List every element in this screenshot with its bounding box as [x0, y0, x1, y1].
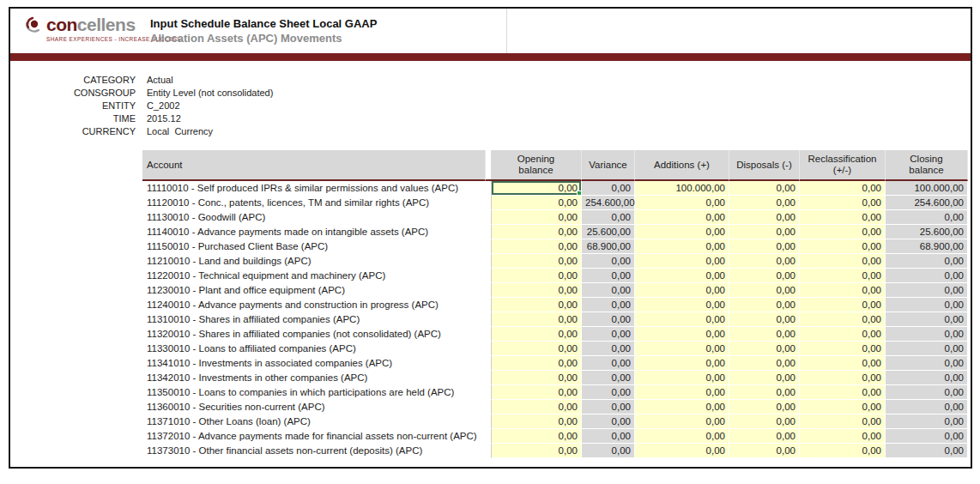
cell-disposals[interactable]: 0,00 [729, 342, 800, 356]
cell-additions[interactable]: 0,00 [635, 444, 729, 458]
filter-row-entity: ENTITY C_2002 [17, 100, 971, 112]
cell-disposals[interactable]: 0,00 [729, 414, 800, 429]
cell-disposals[interactable]: 0,00 [729, 196, 800, 210]
cell-disposals[interactable]: 0,00 [729, 283, 800, 298]
cell-opening-balance[interactable]: 0,00 [491, 444, 582, 458]
cell-disposals[interactable]: 0,00 [729, 400, 800, 414]
cell-opening-balance[interactable]: 0,00 [491, 181, 582, 196]
input-schedule-table: Account Opening balance Variance Additio… [142, 150, 971, 458]
cell-additions[interactable]: 0,00 [635, 342, 729, 356]
cell-additions[interactable]: 0,00 [635, 283, 729, 298]
cell-variance: 0,00 [582, 269, 635, 283]
cell-disposals[interactable]: 0,00 [729, 298, 800, 312]
cell-disposals[interactable]: 0,00 [729, 371, 800, 385]
cell-closing-balance: 68.900,00 [886, 239, 968, 254]
cell-reclassification[interactable]: 0,00 [800, 225, 886, 239]
cell-additions[interactable]: 0,00 [635, 239, 729, 254]
account-cell: 11360010 - Securities non-current (APC) [142, 400, 486, 414]
cell-opening-balance[interactable]: 0,00 [491, 239, 582, 254]
cell-reclassification[interactable]: 0,00 [800, 385, 886, 400]
filter-label-time: TIME [17, 112, 136, 125]
cell-additions[interactable]: 0,00 [635, 269, 729, 283]
cell-reclassification[interactable]: 0,00 [800, 371, 886, 385]
table-header-row: Account Opening balance Variance Additio… [142, 150, 968, 181]
cell-reclassification[interactable]: 0,00 [800, 298, 886, 312]
cell-disposals[interactable]: 0,00 [729, 239, 800, 254]
cell-opening-balance[interactable]: 0,00 [491, 385, 582, 400]
selection-fill-handle[interactable] [577, 191, 582, 196]
cell-opening-balance[interactable]: 0,00 [491, 283, 582, 298]
cell-variance: 0,00 [582, 342, 635, 356]
cell-additions[interactable]: 0,00 [635, 196, 729, 210]
cell-opening-balance[interactable]: 0,00 [491, 298, 582, 312]
cell-additions[interactable]: 0,00 [635, 312, 729, 327]
cell-opening-balance[interactable]: 0,00 [491, 327, 582, 342]
cell-disposals[interactable]: 0,00 [729, 385, 800, 400]
cell-additions[interactable]: 0,00 [635, 298, 729, 312]
cell-closing-balance: 0,00 [886, 298, 968, 312]
cell-opening-balance[interactable]: 0,00 [491, 371, 582, 385]
cell-opening-balance[interactable]: 0,00 [491, 414, 582, 429]
cell-disposals[interactable]: 0,00 [729, 429, 800, 444]
cell-additions[interactable]: 0,00 [635, 371, 729, 385]
cell-disposals[interactable]: 0,00 [729, 327, 800, 342]
cell-closing-balance: 0,00 [886, 210, 968, 225]
table-row: 11210010 - Land and buildings (APC)0,000… [142, 254, 968, 269]
cell-additions[interactable]: 0,00 [635, 327, 729, 342]
cell-disposals[interactable]: 0,00 [729, 444, 800, 458]
cell-opening-balance[interactable]: 0,00 [491, 210, 582, 225]
cell-disposals[interactable]: 0,00 [729, 312, 800, 327]
cell-reclassification[interactable]: 0,00 [800, 414, 886, 429]
cell-opening-balance[interactable]: 0,00 [491, 342, 582, 356]
cell-additions[interactable]: 0,00 [635, 210, 729, 225]
cell-additions[interactable]: 0,00 [635, 225, 729, 239]
cell-opening-balance[interactable]: 0,00 [491, 429, 582, 444]
cell-additions[interactable]: 0,00 [635, 356, 729, 371]
account-cell: 11330010 - Loans to affiliated companies… [142, 342, 486, 356]
page-subtitle: Allocation Assets (APC) Movements [150, 31, 377, 45]
cell-additions[interactable]: 0,00 [635, 385, 729, 400]
cell-reclassification[interactable]: 0,00 [800, 327, 886, 342]
table-row: 11240010 - Advance payments and construc… [142, 298, 968, 312]
cell-reclassification[interactable]: 0,00 [800, 400, 886, 414]
cell-additions[interactable]: 0,00 [635, 414, 729, 429]
cell-opening-balance[interactable]: 0,00 [491, 225, 582, 239]
cell-disposals[interactable]: 0,00 [729, 254, 800, 269]
cell-additions[interactable]: 0,00 [635, 254, 729, 269]
cell-opening-balance[interactable]: 0,00 [491, 196, 582, 210]
cell-reclassification[interactable]: 0,00 [800, 254, 886, 269]
filter-row-time: TIME 2015.12 [17, 112, 971, 125]
cell-reclassification[interactable]: 0,00 [800, 196, 886, 210]
cell-disposals[interactable]: 0,00 [729, 181, 800, 196]
column-header-variance: Variance [582, 150, 635, 181]
cell-reclassification[interactable]: 0,00 [800, 312, 886, 327]
cell-additions[interactable]: 0,00 [635, 400, 729, 414]
cell-opening-balance[interactable]: 0,00 [491, 400, 582, 414]
account-cell: 11120010 - Conc., patents, licences, TM … [142, 196, 486, 210]
cell-reclassification[interactable]: 0,00 [800, 239, 886, 254]
cell-reclassification[interactable]: 0,00 [800, 210, 886, 225]
cell-reclassification[interactable]: 0,00 [800, 181, 886, 196]
cell-opening-balance[interactable]: 0,00 [491, 312, 582, 327]
cell-closing-balance: 0,00 [886, 429, 968, 444]
cell-disposals[interactable]: 0,00 [729, 356, 800, 371]
cell-reclassification[interactable]: 0,00 [800, 356, 886, 371]
cell-additions[interactable]: 0,00 [635, 429, 729, 444]
cell-reclassification[interactable]: 0,00 [800, 342, 886, 356]
cell-disposals[interactable]: 0,00 [729, 210, 800, 225]
filter-value-entity: C_2002 [147, 100, 180, 112]
cell-opening-balance[interactable]: 0,00 [491, 254, 582, 269]
cell-opening-balance[interactable]: 0,00 [491, 269, 582, 283]
cell-opening-balance[interactable]: 0,00 [491, 356, 582, 371]
cell-reclassification[interactable]: 0,00 [800, 444, 886, 458]
cell-reclassification[interactable]: 0,00 [800, 283, 886, 298]
cell-disposals[interactable]: 0,00 [729, 269, 800, 283]
cell-reclassification[interactable]: 0,00 [800, 269, 886, 283]
cell-closing-balance: 25.600,00 [886, 225, 968, 239]
column-header-closing-balance: Closing balance [886, 150, 968, 181]
cell-reclassification[interactable]: 0,00 [800, 429, 886, 444]
cell-disposals[interactable]: 0,00 [729, 225, 800, 239]
cell-additions[interactable]: 100.000,00 [635, 181, 729, 196]
filter-row-consgroup: CONSGROUP Entity Level (not consolidated… [17, 87, 971, 100]
filter-label-category: CATEGORY [17, 74, 136, 87]
